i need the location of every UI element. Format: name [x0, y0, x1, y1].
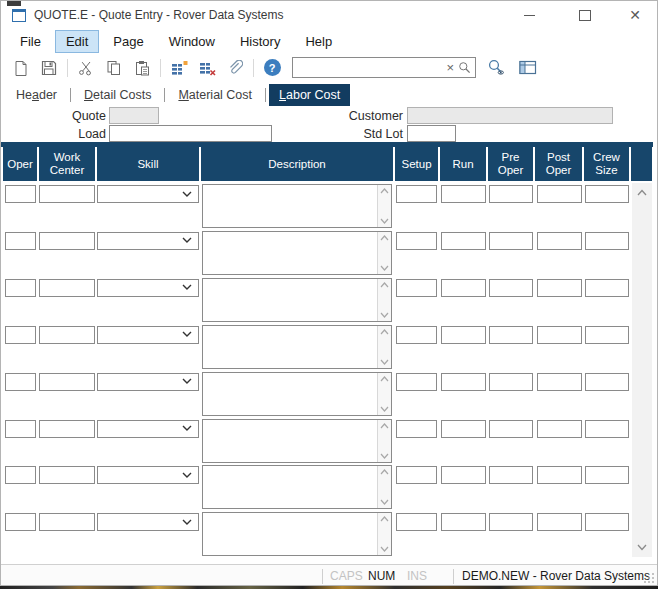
pre-oper-input[interactable]	[489, 232, 533, 250]
setup-input[interactable]	[396, 232, 437, 250]
description-scrollbar[interactable]	[377, 373, 391, 415]
grid-view-button[interactable]	[516, 57, 540, 79]
work-center-input[interactable]	[39, 466, 95, 484]
std-lot-field[interactable]	[407, 125, 456, 142]
run-input[interactable]	[441, 185, 486, 203]
post-oper-input[interactable]	[537, 185, 582, 203]
post-oper-input[interactable]	[537, 373, 582, 391]
crew-size-input[interactable]	[585, 232, 629, 250]
oper-input[interactable]	[5, 185, 36, 203]
cut-button[interactable]	[74, 57, 98, 79]
minimize-button[interactable]	[507, 1, 551, 29]
description-textarea[interactable]	[202, 184, 392, 228]
clear-search-icon[interactable]: ×	[443, 61, 457, 74]
description-scrollbar[interactable]	[377, 513, 391, 555]
skill-select[interactable]	[97, 279, 199, 297]
scrollbar-down-icon[interactable]	[637, 544, 647, 551]
post-oper-input[interactable]	[537, 466, 582, 484]
setup-input[interactable]	[396, 326, 437, 344]
menu-file[interactable]: File	[9, 30, 52, 53]
oper-input[interactable]	[5, 326, 36, 344]
scroll-down-icon[interactable]	[380, 312, 389, 318]
run-input[interactable]	[441, 326, 486, 344]
tab-material-cost[interactable]: Material Cost	[168, 84, 262, 106]
menu-page[interactable]: Page	[102, 30, 154, 53]
description-textarea[interactable]	[202, 372, 392, 416]
scroll-down-icon[interactable]	[380, 265, 389, 271]
menu-history[interactable]: History	[229, 30, 291, 53]
scroll-down-icon[interactable]	[380, 406, 389, 412]
description-textarea[interactable]	[202, 419, 392, 463]
scroll-down-icon[interactable]	[380, 546, 389, 552]
skill-select[interactable]	[97, 326, 199, 344]
post-oper-input[interactable]	[537, 513, 582, 531]
search-input[interactable]	[293, 59, 443, 76]
post-oper-input[interactable]	[537, 420, 582, 438]
work-center-input[interactable]	[39, 232, 95, 250]
skill-select[interactable]	[97, 513, 199, 531]
scroll-down-icon[interactable]	[380, 218, 389, 224]
pre-oper-input[interactable]	[489, 513, 533, 531]
resize-grip[interactable]	[642, 571, 655, 584]
scroll-down-icon[interactable]	[380, 453, 389, 459]
work-center-input[interactable]	[39, 373, 95, 391]
run-input[interactable]	[441, 373, 486, 391]
scroll-up-icon[interactable]	[380, 235, 389, 241]
scroll-down-icon[interactable]	[380, 499, 389, 505]
load-field[interactable]	[109, 125, 272, 142]
scroll-up-icon[interactable]	[380, 469, 389, 475]
menu-window[interactable]: Window	[158, 30, 226, 53]
run-input[interactable]	[441, 513, 486, 531]
help-button[interactable]: ?	[260, 57, 284, 79]
description-scrollbar[interactable]	[377, 326, 391, 368]
menu-edit[interactable]: Edit	[55, 30, 99, 53]
description-textarea[interactable]	[202, 278, 392, 322]
menu-help[interactable]: Help	[294, 30, 343, 53]
scroll-up-icon[interactable]	[380, 423, 389, 429]
tab-header[interactable]: Header	[6, 84, 67, 106]
scroll-up-icon[interactable]	[380, 516, 389, 522]
oper-input[interactable]	[5, 232, 36, 250]
run-input[interactable]	[441, 466, 486, 484]
oper-input[interactable]	[5, 466, 36, 484]
description-scrollbar[interactable]	[377, 466, 391, 508]
crew-size-input[interactable]	[585, 373, 629, 391]
maximize-button[interactable]	[563, 1, 607, 29]
work-center-input[interactable]	[39, 185, 95, 203]
scrollbar-up-icon[interactable]	[637, 189, 647, 196]
skill-select[interactable]	[97, 420, 199, 438]
pre-oper-input[interactable]	[489, 466, 533, 484]
scroll-down-icon[interactable]	[380, 359, 389, 365]
setup-input[interactable]	[396, 466, 437, 484]
run-input[interactable]	[441, 279, 486, 297]
skill-select[interactable]	[97, 373, 199, 391]
crew-size-input[interactable]	[585, 279, 629, 297]
post-oper-input[interactable]	[537, 232, 582, 250]
new-document-button[interactable]	[9, 57, 33, 79]
description-textarea[interactable]	[202, 325, 392, 369]
oper-input[interactable]	[5, 373, 36, 391]
lookup-button[interactable]	[484, 57, 508, 79]
pre-oper-input[interactable]	[489, 326, 533, 344]
oper-input[interactable]	[5, 420, 36, 438]
setup-input[interactable]	[396, 373, 437, 391]
work-center-input[interactable]	[39, 513, 95, 531]
skill-select[interactable]	[97, 232, 199, 250]
pre-oper-input[interactable]	[489, 373, 533, 391]
copy-button[interactable]	[102, 57, 126, 79]
paste-button[interactable]	[130, 57, 154, 79]
attach-button[interactable]	[223, 57, 247, 79]
scroll-up-icon[interactable]	[380, 376, 389, 382]
save-button[interactable]	[37, 57, 61, 79]
work-center-input[interactable]	[39, 279, 95, 297]
description-textarea[interactable]	[202, 465, 392, 509]
insert-row-button[interactable]	[167, 57, 191, 79]
description-scrollbar[interactable]	[377, 232, 391, 274]
skill-select[interactable]	[97, 466, 199, 484]
run-input[interactable]	[441, 232, 486, 250]
scroll-up-icon[interactable]	[380, 188, 389, 194]
description-scrollbar[interactable]	[377, 420, 391, 462]
pre-oper-input[interactable]	[489, 185, 533, 203]
crew-size-input[interactable]	[585, 326, 629, 344]
description-scrollbar[interactable]	[377, 185, 391, 227]
